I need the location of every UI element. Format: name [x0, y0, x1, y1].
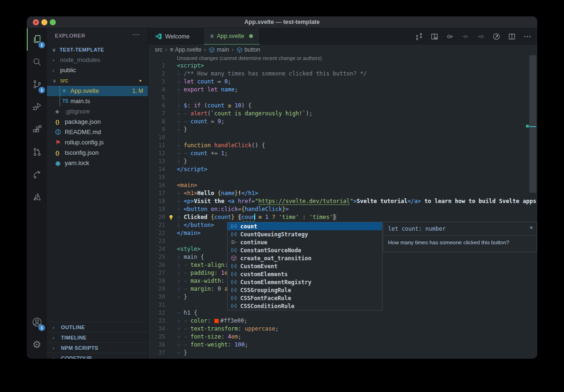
- file-history-icon[interactable]: [492, 32, 501, 41]
- code-line-16[interactable]: 16<main>: [148, 181, 537, 189]
- code-area[interactable]: Unsaved changes (cannot determine recent…: [148, 55, 537, 359]
- code-line-34[interactable]: 34→ → text-transform: uppercase;: [148, 325, 537, 333]
- suggest-item-cssgroupingrule[interactable]: CSSGroupingRule: [228, 286, 382, 294]
- tree-item-readme-md[interactable]: ⓘREADME.md: [47, 127, 148, 137]
- code-line-14[interactable]: 14</script>: [148, 166, 537, 173]
- lightbulb-icon[interactable]: [168, 214, 174, 220]
- suggest-item-continue[interactable]: continue: [228, 238, 382, 246]
- suggest-item-create_out_transition[interactable]: create_out_transition: [228, 254, 382, 262]
- next-change-icon[interactable]: [477, 32, 485, 41]
- project-root-row[interactable]: ∨ TEST-TEMPLATE: [47, 45, 148, 55]
- tab-app-svelte[interactable]: ≡App.svelte: [204, 28, 260, 45]
- tree-item-node-modules[interactable]: ›node_modules: [47, 55, 148, 65]
- suggest-widget: countCountQueuingStrategycontinueConstan…: [227, 222, 382, 310]
- suggest-item-cssconditionrule[interactable]: CSSConditionRule: [228, 302, 382, 310]
- code-token: </script>: [177, 166, 207, 173]
- code-line-4[interactable]: 4→ export let name;: [148, 86, 537, 94]
- code-line-17[interactable]: 17→ <h1>Hello {name}!</h1>: [148, 189, 537, 197]
- tree-item-main-ts[interactable]: TSmain.ts: [47, 96, 148, 106]
- code-text: → → color: #ff3e00;: [177, 317, 247, 325]
- activity-extensions-button[interactable]: [27, 118, 47, 141]
- sidebar-section-timeline[interactable]: ›TIMELINE: [47, 332, 148, 342]
- symbol-variable-icon: [229, 303, 238, 309]
- code-token: alert: [191, 110, 207, 117]
- code-line-36[interactable]: 36→ → font-weight: 100;: [148, 341, 537, 349]
- activity-run-debug-button[interactable]: [27, 96, 47, 118]
- split-editor-icon[interactable]: [508, 32, 516, 41]
- code-line-35[interactable]: 35→ → font-size: 4em;: [148, 333, 537, 341]
- suggest-item-customelements[interactable]: customElements: [228, 270, 382, 278]
- code-line-9[interactable]: 9→ }: [148, 126, 537, 134]
- tree-item-rollup-config-js[interactable]: ⚑rollup.config.js: [47, 137, 148, 148]
- code-token: ;: [275, 325, 279, 332]
- suggest-item-constantsourcenode[interactable]: ConstantSourceNode: [228, 246, 382, 254]
- suggest-item-customelementregistry[interactable]: CustomElementRegistry: [228, 278, 382, 286]
- code-line-7[interactable]: 7→ → alert(`count is dangerously high!`)…: [148, 110, 537, 118]
- explorer-more-actions-icon[interactable]: ⋯: [132, 30, 139, 39]
- suggest-item-customevent[interactable]: CustomEvent: [228, 262, 382, 270]
- activity-settings-button[interactable]: ⚙: [27, 333, 47, 356]
- code-line-33[interactable]: 33→ → color: #ff3e00;: [148, 317, 537, 325]
- code-line-1[interactable]: 1<script>: [148, 62, 537, 70]
- code-token: → →: [177, 150, 191, 157]
- code-line-20[interactable]: 20→ Clicked {count} {coun ≡ 1 ? 'time' :…: [148, 213, 537, 221]
- code-line-3[interactable]: 3→ let count = 0;: [148, 78, 537, 86]
- code-token: export: [183, 86, 204, 93]
- tree-item-package-json[interactable]: {}package.json: [47, 117, 148, 127]
- current-change-icon[interactable]: [461, 32, 470, 41]
- tree-item-public[interactable]: ›public: [47, 65, 148, 75]
- code-line-15[interactable]: 15: [148, 173, 537, 181]
- activity-github-pr-button[interactable]: [27, 141, 47, 163]
- sidebar-section-npm-scripts[interactable]: ›NPM SCRIPTS: [47, 342, 148, 353]
- code-line-19[interactable]: 19→ <button on:click={handleClick}>: [148, 205, 537, 213]
- code-line-18[interactable]: 18→ <p>Visit the <a href="https://svelte…: [148, 197, 537, 205]
- suggest-item-countqueuingstrategy[interactable]: CountQueuingStrategy: [228, 230, 382, 238]
- editor-toolbar: [415, 28, 532, 45]
- code-line-2[interactable]: 2→ /** How many times has someone clicke…: [148, 70, 537, 78]
- code-line-6[interactable]: 6→ $: if (count ≥ 10) {: [148, 102, 537, 110]
- code-line-37[interactable]: 37→ }: [148, 349, 537, 357]
- code-line-5[interactable]: 5: [148, 94, 537, 102]
- open-preview-icon[interactable]: [430, 32, 439, 41]
- activity-live-share-button[interactable]: [27, 163, 47, 186]
- symbol-variable-icon: [229, 231, 238, 237]
- activity-source-control-button[interactable]: 1: [27, 73, 47, 96]
- activity-search-button[interactable]: [27, 51, 47, 73]
- code-line-11[interactable]: 11→ function handleClick() {: [148, 142, 537, 150]
- code-token: );: [306, 110, 312, 117]
- suggest-item-cssfontfacerule[interactable]: CSSFontFaceRule: [228, 294, 382, 302]
- close-icon[interactable]: ×: [529, 224, 533, 231]
- code-token: padding: [191, 270, 214, 276]
- tree-item-app-svelte[interactable]: ≡App.svelte1, M: [47, 86, 148, 96]
- breadcrumb-item-button[interactable]: button: [236, 46, 260, 53]
- activity-explorer-button[interactable]: 1: [27, 28, 47, 51]
- breadcrumb-item-main[interactable]: main: [209, 46, 229, 53]
- tree-item-tsconfig-json[interactable]: {}tsconfig.json: [47, 148, 148, 158]
- tab-welcome[interactable]: Welcome: [148, 28, 204, 45]
- activity-accounts-button[interactable]: 1: [27, 311, 47, 333]
- tree-item-src[interactable]: ∨src●: [47, 75, 148, 86]
- activity-azure-button[interactable]: [27, 186, 47, 208]
- compare-changes-icon[interactable]: [415, 32, 423, 41]
- code-token: `count is dangerously high!`: [211, 110, 305, 117]
- breadcrumb-item-src[interactable]: src: [155, 46, 162, 53]
- code-line-8[interactable]: 8→ → count = 9;: [148, 118, 537, 126]
- line-number: 19: [148, 205, 165, 213]
- more-actions-icon[interactable]: [523, 32, 532, 41]
- breadcrumb-item-app-svelte[interactable]: ≡App.svelte: [170, 46, 201, 53]
- code-line-10[interactable]: 10: [148, 134, 537, 142]
- file-label: yarn.lock: [65, 158, 89, 168]
- sidebar-section-codetour[interactable]: ›CODETOUR: [47, 353, 148, 359]
- tree-item-yarn-lock[interactable]: ◉yarn.lock: [47, 158, 148, 168]
- previous-change-icon[interactable]: [446, 32, 454, 41]
- sidebar-section-outline[interactable]: ›OUTLINE: [47, 322, 148, 332]
- editor-scrollbar[interactable]: [529, 55, 536, 193]
- tree-item--gitignore[interactable]: ◆.gitignore: [47, 106, 148, 117]
- code-token: =: [214, 78, 225, 85]
- code-line-13[interactable]: 13→ }: [148, 158, 537, 166]
- suggest-item-count[interactable]: count: [228, 222, 382, 230]
- code-line-12[interactable]: 12→ → count += 1;: [148, 150, 537, 158]
- code-token: :: [211, 286, 217, 292]
- badge-count: 1: [38, 42, 45, 48]
- code-token: → →: [177, 341, 191, 348]
